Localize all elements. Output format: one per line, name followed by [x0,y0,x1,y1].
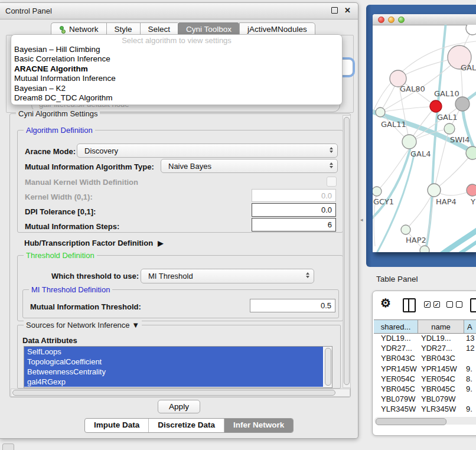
group-title: Cyni Algorithm Settings [16,109,100,118]
mi-threshold-field[interactable]: 0.5 [250,299,335,312]
deselect-all-columns-icon[interactable] [446,301,462,308]
tab-label: Network [69,23,99,35]
minimize-traffic-light-icon[interactable] [388,17,395,23]
apply-button[interactable]: Apply [158,400,200,413]
table-cell: YBR045C [418,384,464,393]
table-cell: YER054C [418,374,464,383]
table-row[interactable]: YPR145WYPR145W9. [374,364,476,374]
mi-threshold-label: Mutual Information Threshold: [30,302,141,311]
export-table-icon[interactable] [470,298,476,312]
table-cell: 9. [464,405,476,413]
column-header-3[interactable]: A [464,320,476,333]
bottom-tab-infer-network[interactable]: Infer Network [224,419,293,432]
tab-label: jActiveMNodules [247,23,307,35]
table-cell: YDR27... [418,344,464,353]
node-label: HAP4 [436,197,457,206]
manual-kernel-width-label: Manual Kernel Width Definition [25,178,138,187]
which-threshold-value: MI Threshold [148,272,193,281]
table-row[interactable]: YLR345WYLR345W9. [374,404,476,414]
algorithm-option[interactable]: Basic Correlation Inference [11,54,342,64]
attribute-item[interactable]: TopologicalCoefficient [24,357,323,367]
algorithm-dropdown-prompt: Select algorithm to view settings [11,36,342,45]
node-label: Y [470,197,475,206]
hub-definition-toggle[interactable]: Hub/Transcription Factor Definition ▶ [24,239,163,247]
network-window-titlebar[interactable] [373,14,476,25]
close-window-icon[interactable]: ✕ [344,6,351,14]
kernel-width-label: Kernel Width (0,1): [25,193,93,201]
sources-toggle[interactable]: Sources for Network Inference ▼ [24,321,142,330]
table-row[interactable]: YBL079WYBL079W [374,394,476,404]
group-title: MI Threshold Definition [29,285,112,294]
network-node-gal1[interactable] [444,123,455,134]
float-window-icon[interactable] [331,7,338,14]
network-node-gal4[interactable] [402,135,416,149]
control-panel-window: Control Panel ✕ NetworkStyleSelectCyni T… [0,2,358,439]
aracne-mode-combobox[interactable]: Discovery [77,144,338,158]
table-cell: YLR345W [374,405,418,413]
node-label: GAL80 [400,84,425,93]
bottom-tab-impute-data[interactable]: Impute Data [85,419,149,432]
network-node-y[interactable] [467,184,476,196]
node-label: GCY1 [373,197,394,206]
network-node-hap2[interactable] [401,225,410,234]
group-title: Threshold Definition [24,251,97,260]
group-title: Algorithm Definition [24,126,95,135]
column-header-2[interactable]: name [418,320,464,333]
network-view-frame: GALGAL80GAL10GAL11GAL1GAL4SWI4GCY1HAP4YH… [366,5,476,267]
network-node-gal11[interactable] [376,107,385,117]
node-label: SWI4 [450,135,470,144]
table-row[interactable]: YBR045CYBR045C9. [374,384,476,394]
attributes-scrollbar[interactable] [324,347,332,387]
control-panel-titlebar[interactable]: Control Panel ✕ [0,3,358,19]
network-canvas[interactable]: GALGAL80GAL10GAL11GAL1GAL4SWI4GCY1HAP4YH… [373,25,476,252]
bottom-tab-discretize-data[interactable]: Discretize Data [149,419,224,432]
table-horizontal-scrollbar[interactable] [374,417,476,425]
algorithm-option[interactable]: Bayesian – K2 [11,84,342,93]
control-panel-title: Control Panel [5,6,52,15]
kernel-width-field[interactable]: 0.0 [252,189,336,202]
table-cell: YBL079W [418,394,464,403]
network-node-gcy1[interactable] [373,187,382,196]
cyni-algorithm-settings-group: Cyni Algorithm Settings Algorithm Defini… [9,113,351,397]
algorithm-option[interactable]: Bayesian – Hill Climbing [11,45,342,54]
table-row[interactable]: YBR043CYBR043C [374,353,476,363]
node-label: GAL4 [410,149,431,158]
column-layout-icon[interactable] [403,298,416,312]
network-window: GALGAL80GAL10GAL11GAL1GAL4SWI4GCY1HAP4YH… [373,14,476,252]
mi-algorithm-type-label: Mutual Information Algorithm Type: [25,162,154,171]
algorithm-option[interactable]: Dream8 DC_TDC Algorithm [11,93,342,103]
settings-horizontal-scrollbar[interactable] [11,389,350,397]
network-node-swi4[interactable] [466,146,476,159]
network-node[interactable] [420,246,429,252]
network-node-hap4[interactable] [428,184,441,197]
attribute-item[interactable]: gal4RGexp [24,377,323,387]
gear-icon[interactable]: ⚙ [380,296,391,310]
table-cell: 13 [464,334,476,343]
table-row[interactable]: YDL19...YDL19...13 [374,333,476,343]
node-label: GAL [461,63,476,72]
attribute-item[interactable]: SelfLoops [24,347,323,357]
splitter-handle[interactable]: ◂ [360,217,363,223]
attribute-item[interactable]: BetweennessCentrality [24,367,323,377]
mi-steps-label: Mutual Information Steps: [25,222,119,231]
settings-vertical-scrollbar[interactable] [343,115,351,388]
network-node-gal10[interactable] [430,100,442,112]
close-traffic-light-icon[interactable] [378,17,384,23]
which-threshold-combobox[interactable]: MI Threshold [141,269,314,283]
table-row[interactable]: YDR27...YDR27...12 [374,343,476,353]
zoom-traffic-light-icon[interactable] [398,17,405,23]
column-header-1[interactable]: shared... [374,320,418,333]
table-cell: YBR043C [374,354,418,363]
algorithm-option[interactable]: Mutual Information Inference [11,74,342,83]
manual-kernel-width-checkbox[interactable] [327,177,337,187]
bottom-left-mini-button[interactable] [2,444,14,450]
mi-steps-field[interactable]: 6 [252,218,336,231]
algorithm-option[interactable]: ARACNE Algorithm [11,64,342,74]
table-header: shared...nameA [374,319,476,334]
mi-algorithm-type-combobox[interactable]: Naive Bayes [161,159,338,173]
dpi-tolerance-field[interactable]: 0.0 [252,203,336,217]
network-node[interactable] [466,25,476,35]
select-all-columns-icon[interactable]: ✓✓ [424,301,440,308]
table-row[interactable]: YER054CYER054C8. [374,374,476,384]
network-node[interactable] [455,97,470,111]
